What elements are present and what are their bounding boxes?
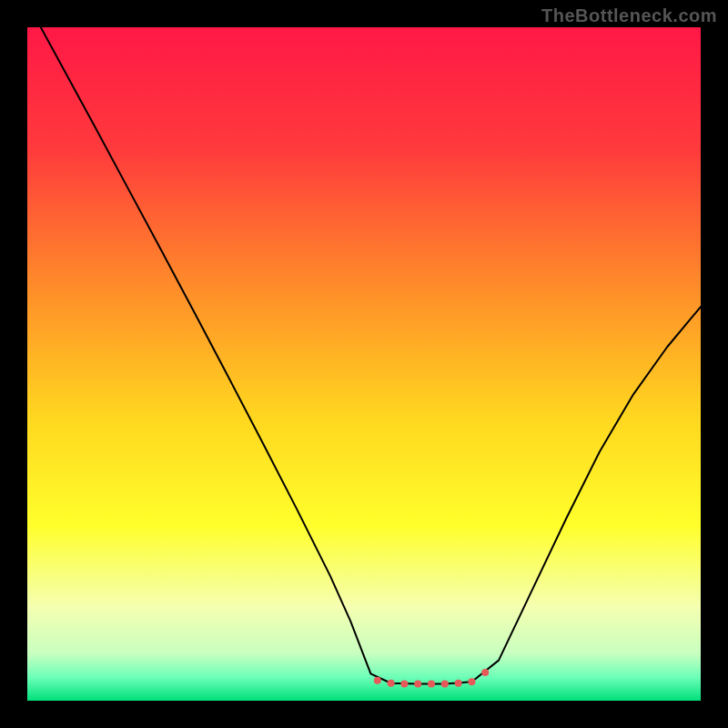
gradient-background: [27, 27, 701, 701]
marker-dot: [374, 677, 381, 684]
chart-svg: [27, 27, 701, 701]
marker-dot: [441, 681, 449, 688]
marker-dot: [428, 681, 435, 688]
watermark-text: TheBottleneck.com: [541, 5, 717, 26]
marker-dot: [400, 681, 408, 688]
marker-dot: [414, 681, 421, 688]
marker-dot: [481, 669, 489, 676]
marker-dot: [388, 680, 395, 687]
marker-dot: [468, 678, 475, 685]
marker-dot: [455, 680, 462, 687]
plot-area: [27, 27, 701, 701]
chart-frame: TheBottleneck.com: [0, 0, 728, 728]
